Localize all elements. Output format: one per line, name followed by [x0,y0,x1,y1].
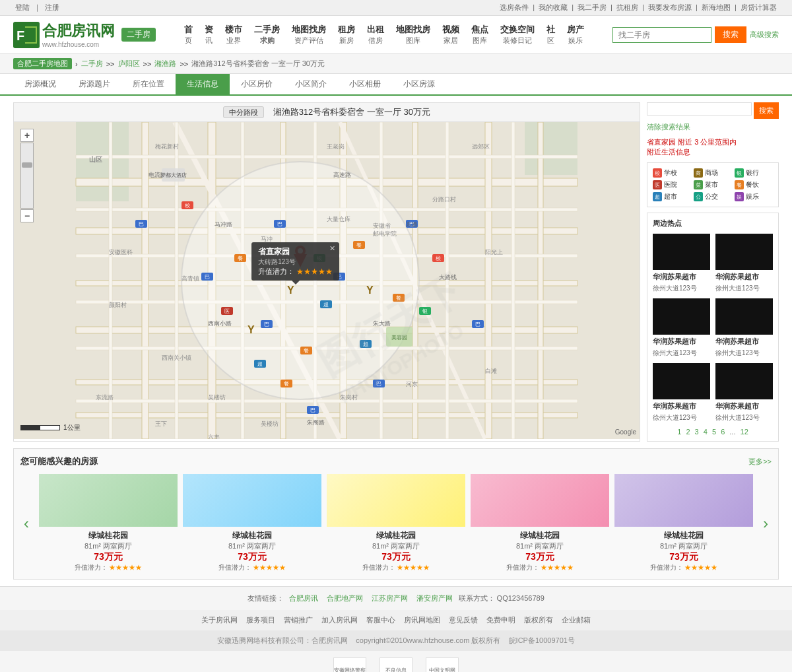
nav-mapfind[interactable]: 地图找房图库 [391,22,436,47]
sub-link-3[interactable]: 湘渔路 [154,59,176,69]
footer-nav-9[interactable]: 版权所有 [524,616,553,624]
footer-nav-10[interactable]: 企业邮箱 [562,616,591,624]
nav-rent[interactable]: 租房新房 [333,22,360,47]
tab-intro[interactable]: 小区简介 [284,74,338,94]
nav-info[interactable]: 资讯 [199,22,218,47]
facility-school[interactable]: 校 学校 [653,168,691,178]
svg-text:安徽省: 安徽省 [373,222,391,229]
hotspot-6[interactable]: 华润苏果超市 徐州大道123号 [715,363,773,422]
nav-second-hand[interactable]: 二手房求购 [249,22,285,47]
footer-nav-6[interactable]: 房讯网地图 [404,616,440,624]
facility-super[interactable]: 超 超市 [653,192,691,201]
facility-market[interactable]: 菜 菜市 [694,180,732,189]
footer-link-1[interactable]: 合肥房讯 [289,594,318,602]
logo[interactable]: F 合肥房讯网 www.hfzhouse.com [13,21,115,48]
advanced-search-link[interactable]: 高级搜索 [750,30,779,40]
page-4[interactable]: 4 [704,428,708,436]
page-3[interactable]: 3 [695,428,699,436]
zoom-out-button[interactable]: − [20,209,34,222]
zoom-slider[interactable] [20,143,34,209]
login-link[interactable]: 登陆 [15,3,30,11]
footer-logo-3[interactable]: 中国文明网 联盟单位 [426,657,459,672]
sidebar-search-button[interactable]: 搜索 [754,102,779,119]
tab-overview[interactable]: 房源概况 [13,74,67,94]
nav-market[interactable]: 楼市业界 [220,22,248,47]
rec-item-4[interactable]: 绿城桂花园 81m² 两室两厅 73万元 升值潜力： ★★★★★ [471,474,609,572]
facility-bank[interactable]: 银 银行 [735,168,773,178]
svg-text:王下: 王下 [155,420,167,427]
facility-entertain[interactable]: 娱 娱乐 [735,192,773,201]
route-btn[interactable]: 中分路段 [223,106,264,118]
register-link[interactable]: 注册 [45,3,59,11]
footer-copyright: 安徽迅腾网络科技有限公司：合肥房讯网 copyright©2010www.hfz… [13,636,779,646]
footer-link-2[interactable]: 合肥地产网 [327,594,363,602]
tab-location[interactable]: 所在位置 [121,74,176,94]
footer-logo-2[interactable]: 不良信息 举报中心 [380,657,412,672]
hotspot-name-3: 华润苏果超市 [653,337,710,347]
hotspot-5[interactable]: 华润苏果超市 徐州大道123号 [653,363,710,422]
top-link-4[interactable]: 抗租房 [616,3,638,11]
clear-results-link[interactable]: 清除搜索结果 [647,122,779,132]
page-5[interactable]: 5 [712,428,716,436]
nav-video[interactable]: 视频家居 [437,22,465,47]
footer-nav-4[interactable]: 加入房讯网 [321,616,358,624]
rec-item-2[interactable]: 绿城桂花园 81m² 两室两厅 73万元 升值潜力： ★★★★★ [183,474,321,572]
search-button[interactable]: 搜索 [715,26,746,43]
footer-link-4[interactable]: 潘安房产网 [416,594,453,602]
footer-nav-5[interactable]: 客服中心 [366,616,395,624]
tab-album[interactable]: 小区相册 [338,74,392,94]
page-12[interactable]: 12 [741,428,748,436]
nav-property[interactable]: 房产娱乐 [562,22,589,47]
tab-life[interactable]: 生活信息 [176,74,230,94]
rec-item-3[interactable]: 绿城桂花园 81m² 两室两厅 73万元 升值潜力： ★★★★★ [327,474,465,572]
tooltip-close[interactable]: ✕ [329,244,335,253]
map-area[interactable]: 巴 巴 巴 巴 巴 巴 巴 巴 巴 [14,122,640,439]
footer-nav-8[interactable]: 免费申明 [486,616,515,624]
nav-exchange[interactable]: 交换空间装修日记 [495,22,540,47]
footer-nav-2[interactable]: 服务项目 [246,616,275,624]
nav-lease[interactable]: 出租借房 [362,22,389,47]
top-link-1[interactable]: 选房条件 [500,3,529,11]
page-6[interactable]: 6 [721,428,725,436]
nav-map[interactable]: 地图找房资产评估 [286,22,331,47]
nav-home[interactable]: 首页 [179,22,198,47]
rec-more-link[interactable]: 更多>> [748,457,772,467]
hotspot-addr-1: 徐州大道123号 [653,284,710,293]
zoom-in-button[interactable]: + [20,129,34,142]
footer-nav-3[interactable]: 营销推广 [284,616,313,624]
footer-logo-1[interactable]: 安徽网络警察 投诉受理业务 [333,657,366,672]
tab-price[interactable]: 小区房价 [230,74,284,94]
hotspot-4[interactable]: 华润苏果超市 徐州大道123号 [715,298,773,358]
tab-photos[interactable]: 房源题片 [67,74,121,94]
facility-food[interactable]: 餐 餐饮 [735,180,773,189]
footer-link-3[interactable]: 江苏房产网 [372,594,408,602]
rec-prev-arrow[interactable]: ‹ [20,514,32,533]
top-link-7[interactable]: 房贷计算器 [741,3,777,11]
top-link-5[interactable]: 我要发布房源 [648,3,692,11]
footer-nav-7[interactable]: 意见反馈 [449,616,478,624]
sidebar-search-input[interactable] [647,102,752,116]
rec-next-arrow[interactable]: › [760,514,772,533]
footer-links: 友情链接： 合肥房讯 合肥地产网 江苏房产网 潘安房产网 联系方式： QQ123… [0,586,792,610]
rec-item-5[interactable]: 绿城桂花园 81m² 两室两厅 73万元 升值潜力： ★★★★★ [614,474,753,572]
top-link-2[interactable]: 我的收藏 [539,3,568,11]
rec-item-1[interactable]: 绿城桂花园 81m² 两室两厅 73万元 升值潜力： ★★★★★ [39,474,178,572]
logo-area: F 合肥房讯网 www.hfzhouse.com 二手房 [13,21,156,48]
hotspot-1[interactable]: 华润苏果超市 徐州大道123号 [653,234,710,293]
sub-link-1[interactable]: 二手房 [81,59,103,69]
top-link-6[interactable]: 新海地图 [702,3,731,11]
page-1[interactable]: 1 [677,428,681,436]
facility-mall[interactable]: 商 商场 [694,168,732,178]
nav-focus[interactable]: 焦点图库 [466,22,494,47]
hotspot-2[interactable]: 华润苏果超市 徐州大道123号 [715,234,773,293]
nav-community[interactable]: 社区 [541,22,560,47]
facility-hospital[interactable]: 医 医院 [653,180,691,189]
search-input[interactable] [612,27,711,43]
facility-bus[interactable]: 公 公交 [694,192,732,201]
top-link-3[interactable]: 我二手房 [578,3,607,11]
sub-link-2[interactable]: 庐阳区 [118,59,140,69]
footer-nav-1[interactable]: 关于房讯网 [201,616,238,624]
tab-source[interactable]: 小区房源 [392,74,446,94]
page-2[interactable]: 2 [686,428,690,436]
hotspot-3[interactable]: 华润苏果超市 徐州大道123号 [653,298,710,358]
